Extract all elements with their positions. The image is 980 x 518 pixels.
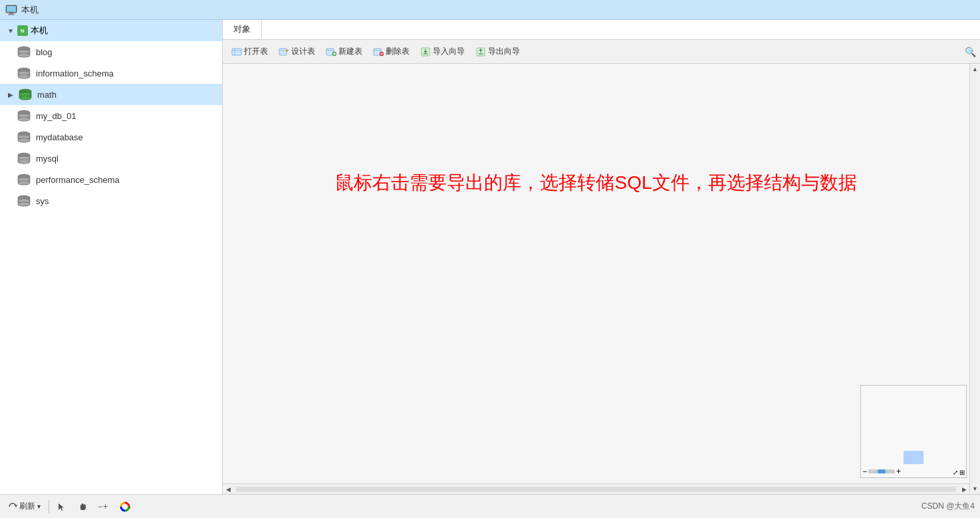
- copyright-text: CSDN @大鱼4: [921, 501, 975, 512]
- svg-text:+: +: [103, 502, 108, 511]
- db-icon-blog: [16, 45, 32, 59]
- db-icon-math: [17, 88, 33, 101]
- v-scroll-track[interactable]: [970, 74, 980, 483]
- svg-rect-2: [9, 13, 13, 14]
- title-bar-text: 本机: [21, 4, 39, 16]
- sidebar-root-item[interactable]: ▼ N 本机: [0, 20, 222, 41]
- minus-plus-button[interactable]: − +: [94, 501, 112, 513]
- new-table-button[interactable]: 新建表: [321, 44, 367, 59]
- refresh-dropdown-icon: ▾: [37, 503, 41, 510]
- svg-text:−: −: [98, 502, 102, 511]
- expand-arrow-math: ▶: [5, 89, 16, 100]
- right-panel: 对象 打开表: [223, 20, 980, 494]
- sidebar-item-information-schema[interactable]: information_schema: [0, 63, 222, 84]
- open-table-icon: [231, 47, 242, 57]
- sidebar-label-math: math: [37, 90, 57, 100]
- tab-object[interactable]: 对象: [223, 20, 262, 39]
- open-table-button[interactable]: 打开表: [227, 44, 273, 59]
- svg-point-14: [19, 96, 31, 100]
- app-container: 本机 ▼ N 本机: [0, 0, 980, 518]
- export-wizard-button[interactable]: 导出向导: [471, 44, 525, 59]
- vertical-scrollbar: ▲ ▼: [969, 64, 980, 494]
- main-instruction-text: 鼠标右击需要导出的库，选择转储SQL文件，再选择结构与数据: [335, 170, 856, 195]
- color-tool-button[interactable]: ▾: [117, 500, 133, 513]
- hand-icon: [77, 502, 86, 511]
- database-svg: [17, 46, 31, 58]
- sidebar-item-blog[interactable]: blog: [0, 41, 222, 63]
- refresh-label: 刷新: [19, 501, 35, 512]
- import-icon: [420, 47, 431, 57]
- scroll-right-arrow[interactable]: ▶: [959, 484, 969, 495]
- minimap-controls: − +: [862, 467, 901, 476]
- export-icon: [475, 47, 486, 57]
- minimap-viewport: [904, 451, 923, 464]
- sidebar-item-my-db-01[interactable]: my_db_01: [0, 105, 222, 126]
- scroll-left-arrow[interactable]: ◀: [223, 484, 233, 495]
- cursor-icon: [57, 502, 66, 511]
- svg-point-26: [18, 181, 30, 185]
- root-label: 本机: [31, 25, 48, 37]
- sidebar: ▼ N 本机: [0, 20, 223, 494]
- delete-table-button[interactable]: 删除表: [368, 44, 414, 59]
- svg-rect-1: [7, 6, 16, 12]
- export-label: 导出向导: [488, 46, 520, 57]
- sidebar-item-sys[interactable]: sys: [0, 190, 222, 211]
- cursor-tool-button[interactable]: [55, 501, 69, 513]
- expand-icon[interactable]: ⊞: [959, 469, 965, 476]
- minimap-expand-controls: ⤢ ⊞: [953, 469, 965, 476]
- main-area: ▼ N 本机: [0, 20, 980, 494]
- db-icon-perf: [16, 173, 32, 186]
- db-icon-mydb: [16, 109, 32, 122]
- toolbar-search: 🔍: [965, 47, 976, 57]
- sidebar-item-mysql[interactable]: mysql: [0, 148, 222, 169]
- zoom-slider[interactable]: [868, 469, 895, 473]
- sidebar-label-mydatabase: mydatabase: [36, 132, 83, 142]
- svg-text:N: N: [21, 28, 25, 34]
- content-and-scrollbar: 鼠标右击需要导出的库，选择转储SQL文件，再选择结构与数据 ◀ ▶: [223, 64, 969, 494]
- minimap: − + ⤢ ⊞: [860, 385, 967, 478]
- h-scroll-track[interactable]: [236, 487, 956, 492]
- title-bar: 本机: [0, 0, 980, 20]
- zoom-in-icon[interactable]: +: [896, 467, 901, 476]
- scroll-up-arrow[interactable]: ▲: [970, 64, 981, 74]
- svg-point-17: [18, 117, 30, 121]
- content-area: 鼠标右击需要导出的库，选择转储SQL文件，再选择结构与数据: [223, 64, 969, 483]
- svg-rect-3: [8, 14, 15, 15]
- refresh-button[interactable]: 刷新 ▾: [5, 499, 43, 513]
- scroll-down-arrow[interactable]: ▼: [970, 483, 981, 494]
- minus-plus-icon: − +: [97, 502, 109, 511]
- expand-arrow-root: ▼: [5, 25, 16, 36]
- new-table-label: 新建表: [338, 46, 362, 57]
- fit-icon[interactable]: ⤢: [953, 469, 958, 476]
- separator-1: [49, 500, 49, 513]
- svg-point-23: [18, 160, 30, 164]
- sidebar-item-math[interactable]: ▶ math: [0, 84, 222, 105]
- design-table-button[interactable]: 设计表: [274, 44, 320, 59]
- db-icon-mysql: [16, 152, 32, 165]
- zoom-out-icon[interactable]: −: [862, 467, 867, 476]
- hand-tool-button[interactable]: [74, 501, 89, 513]
- import-label: 导入向导: [433, 46, 465, 57]
- svg-point-11: [18, 74, 30, 78]
- delete-table-label: 删除表: [386, 46, 410, 57]
- design-table-icon: [279, 47, 289, 57]
- design-table-label: 设计表: [291, 46, 315, 57]
- sidebar-item-performance-schema[interactable]: performance_schema: [0, 169, 222, 190]
- color-wheel-icon: ▾: [120, 501, 130, 512]
- search-icon[interactable]: 🔍: [965, 47, 976, 57]
- sidebar-label-mysql: mysql: [36, 154, 59, 164]
- tab-bar: 对象: [223, 20, 980, 40]
- bottom-right: CSDN @大鱼4: [921, 501, 975, 512]
- open-table-label: 打开表: [244, 46, 268, 57]
- zoom-thumb: [878, 469, 886, 473]
- sidebar-label-my-db-01: my_db_01: [36, 111, 76, 121]
- svg-point-29: [18, 202, 30, 206]
- sidebar-label-blog: blog: [36, 47, 53, 57]
- sidebar-label-sys: sys: [36, 196, 49, 206]
- sidebar-label-information-schema: information_schema: [36, 68, 114, 78]
- svg-rect-30: [232, 49, 241, 55]
- db-icon-info: [16, 66, 32, 80]
- import-wizard-button[interactable]: 导入向导: [416, 44, 469, 59]
- title-bar-icon: [5, 4, 17, 16]
- sidebar-item-mydatabase[interactable]: mydatabase: [0, 126, 222, 148]
